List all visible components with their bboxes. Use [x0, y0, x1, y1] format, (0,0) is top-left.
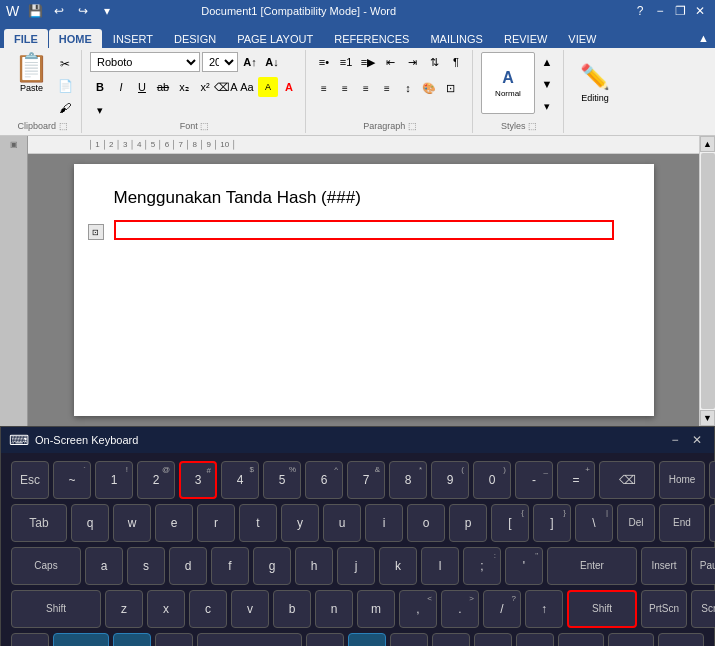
- key-tilde[interactable]: `~: [53, 461, 91, 499]
- key-quote[interactable]: "': [505, 547, 543, 585]
- key-q[interactable]: q: [71, 504, 109, 542]
- shading-button[interactable]: 🎨: [419, 78, 439, 98]
- osk-minimize-button[interactable]: −: [666, 432, 684, 448]
- key-3[interactable]: #3: [179, 461, 217, 499]
- line-spacing-button[interactable]: ↕: [398, 78, 418, 98]
- key-g[interactable]: g: [253, 547, 291, 585]
- tab-file[interactable]: FILE: [4, 29, 48, 48]
- key-b[interactable]: b: [273, 590, 311, 628]
- font-color-dropdown[interactable]: ▾: [90, 100, 110, 120]
- copy-button[interactable]: 📄: [55, 76, 75, 96]
- borders-button[interactable]: ⊡: [440, 78, 460, 98]
- justify-button[interactable]: ≡: [377, 78, 397, 98]
- key-fn[interactable]: Fn: [11, 633, 49, 646]
- align-right-button[interactable]: ≡: [356, 78, 376, 98]
- key-space[interactable]: [197, 633, 302, 646]
- key-home[interactable]: Home: [659, 461, 705, 499]
- key-c[interactable]: c: [189, 590, 227, 628]
- decrease-indent-button[interactable]: ⇤: [380, 52, 400, 72]
- help-button[interactable]: ?: [631, 2, 649, 20]
- font-size-select[interactable]: 20: [202, 52, 238, 72]
- key-d[interactable]: d: [169, 547, 207, 585]
- key-tab[interactable]: Tab: [11, 504, 67, 542]
- key-equals[interactable]: +=: [557, 461, 595, 499]
- key-r[interactable]: r: [197, 504, 235, 542]
- underline-button[interactable]: U: [132, 77, 152, 97]
- ribbon-collapse-button[interactable]: ▲: [692, 28, 715, 48]
- key-insert[interactable]: Insert: [641, 547, 687, 585]
- key-e[interactable]: e: [155, 504, 193, 542]
- key-comma[interactable]: <,: [399, 590, 437, 628]
- tab-review[interactable]: REVIEW: [494, 29, 557, 48]
- text-highlight-button[interactable]: A: [258, 77, 278, 97]
- change-case-button[interactable]: Aa: [237, 77, 257, 97]
- strikethrough-button[interactable]: ab: [153, 77, 173, 97]
- key-i[interactable]: i: [365, 504, 403, 542]
- key-p[interactable]: p: [449, 504, 487, 542]
- tab-home[interactable]: HOME: [49, 29, 102, 48]
- key-pgup[interactable]: PgUp: [709, 461, 715, 499]
- key-7[interactable]: &7: [347, 461, 385, 499]
- key-scrlk[interactable]: ScrLk: [691, 590, 715, 628]
- selected-line[interactable]: [114, 220, 614, 240]
- multilevel-button[interactable]: ≡▶: [358, 52, 378, 72]
- key-pause[interactable]: Pause: [691, 547, 715, 585]
- key-lbracket[interactable]: {[: [491, 504, 529, 542]
- align-left-button[interactable]: ≡: [314, 78, 334, 98]
- save-button[interactable]: 💾: [25, 2, 45, 20]
- key-y[interactable]: y: [281, 504, 319, 542]
- restore-button[interactable]: ❐: [671, 2, 689, 20]
- key-shift-left[interactable]: Shift: [11, 590, 101, 628]
- key-h[interactable]: h: [295, 547, 333, 585]
- shrink-font-button[interactable]: A↓: [262, 52, 282, 72]
- font-name-select[interactable]: Roboto: [90, 52, 200, 72]
- tab-page-layout[interactable]: PAGE LAYOUT: [227, 29, 323, 48]
- minimize-button[interactable]: −: [651, 2, 669, 20]
- tab-mailings[interactable]: MAILINGS: [420, 29, 493, 48]
- align-center-button[interactable]: ≡: [335, 78, 355, 98]
- key-shift-right[interactable]: Shift: [567, 590, 637, 628]
- editing-button[interactable]: ✏️ Editing: [572, 52, 618, 114]
- format-painter-button[interactable]: 🖌: [55, 98, 75, 118]
- undo-button[interactable]: ↩: [49, 2, 69, 20]
- superscript-button[interactable]: x²: [195, 77, 215, 97]
- key-v[interactable]: v: [231, 590, 269, 628]
- styles-gallery[interactable]: A Normal: [481, 52, 535, 114]
- key-f[interactable]: f: [211, 547, 249, 585]
- key-4[interactable]: $4: [221, 461, 259, 499]
- key-j[interactable]: j: [337, 547, 375, 585]
- key-w[interactable]: w: [113, 504, 151, 542]
- key-left-arrow[interactable]: ◀: [390, 633, 428, 646]
- key-slash[interactable]: ?/: [483, 590, 521, 628]
- cut-button[interactable]: ✂: [55, 54, 75, 74]
- key-rbracket[interactable]: }]: [533, 504, 571, 542]
- key-context[interactable]: ⬚: [516, 633, 554, 646]
- key-alt-left[interactable]: Alt: [155, 633, 193, 646]
- key-ctrl-right[interactable]: Ctrl: [348, 633, 386, 646]
- key-end[interactable]: End: [659, 504, 705, 542]
- key-n[interactable]: n: [315, 590, 353, 628]
- key-help[interactable]: Help: [608, 633, 654, 646]
- font-color-button[interactable]: A: [279, 77, 299, 97]
- key-8[interactable]: *8: [389, 461, 427, 499]
- paste-button[interactable]: 📋 Paste: [10, 52, 53, 95]
- key-z[interactable]: z: [105, 590, 143, 628]
- redo-button[interactable]: ↪: [73, 2, 93, 20]
- scroll-up-button[interactable]: ▲: [700, 136, 715, 152]
- key-del[interactable]: Del: [617, 504, 655, 542]
- key-win[interactable]: ⊞: [113, 633, 151, 646]
- key-alt-right[interactable]: Alt: [306, 633, 344, 646]
- key-semicolon[interactable]: :;: [463, 547, 501, 585]
- bullets-button[interactable]: ≡•: [314, 52, 334, 72]
- customize-qa-button[interactable]: ▾: [97, 2, 117, 20]
- key-right-arrow[interactable]: ▶: [474, 633, 512, 646]
- bold-button[interactable]: B: [90, 77, 110, 97]
- scroll-down-button[interactable]: ▼: [700, 410, 715, 426]
- page[interactable]: ⊡ Menggunakan Tanda Hash (###): [74, 164, 654, 416]
- sort-button[interactable]: ⇅: [424, 52, 444, 72]
- scroll-thumb[interactable]: [701, 153, 715, 409]
- increase-indent-button[interactable]: ⇥: [402, 52, 422, 72]
- tab-view[interactable]: VIEW: [558, 29, 606, 48]
- key-up-arrow[interactable]: ↑: [525, 590, 563, 628]
- key-caps[interactable]: Caps: [11, 547, 81, 585]
